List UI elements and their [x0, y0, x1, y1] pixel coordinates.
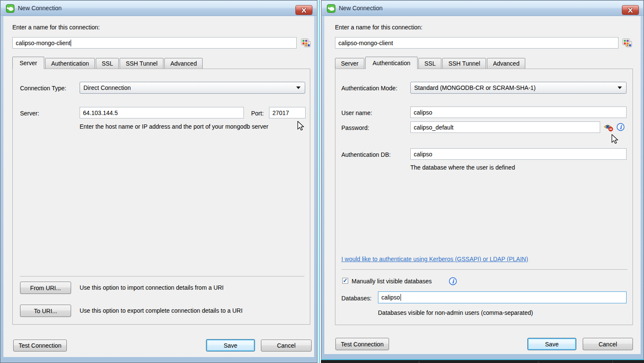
auth-mode-label: Authentication Mode:	[341, 85, 398, 92]
titlebar[interactable]: New Connection	[322, 1, 643, 16]
databases-help-text: Databases visible for non-admin users (c…	[378, 309, 533, 316]
databases-info-icon[interactable]: i	[449, 277, 457, 285]
new-connection-dialog-authentication: New Connection Enter a name for this con…	[321, 0, 644, 360]
manually-list-databases-checkbox[interactable]: ✓	[342, 278, 348, 284]
server-label: Server:	[20, 110, 39, 117]
databases-section-divider	[341, 269, 627, 270]
connection-color-picker-button[interactable]	[622, 38, 633, 48]
cancel-button[interactable]: Cancel	[583, 338, 633, 350]
tab-authentication[interactable]: Authentication	[365, 57, 418, 69]
tab-ssh-tunnel[interactable]: SSH Tunnel	[120, 58, 163, 69]
tab-advanced[interactable]: Advanced	[164, 58, 203, 69]
mouse-pointer-icon	[611, 134, 618, 144]
port-label: Port:	[251, 110, 264, 117]
text-caret	[71, 40, 71, 46]
auth-db-help-text: The database where the user is defined	[410, 164, 515, 171]
server-tab-panel: Connection Type: Direct Connection Serve…	[12, 69, 310, 325]
test-connection-button[interactable]: Test Connection	[335, 338, 389, 350]
window-title: New Connection	[18, 5, 62, 12]
tab-advanced[interactable]: Advanced	[487, 58, 525, 69]
to-uri-help-text: Use this option to export complete conne…	[80, 307, 243, 314]
authentication-tab-panel: Authentication Mode: Standard (MONGODB-C…	[335, 69, 633, 325]
window-title: New Connection	[339, 5, 383, 12]
kerberos-ldap-link[interactable]: I would like to authenticate using Kerbe…	[341, 256, 528, 262]
strip-separator	[613, 361, 613, 363]
robomongo-app-icon	[327, 4, 335, 13]
username-label: User name:	[341, 109, 372, 116]
password-info-icon[interactable]: i	[616, 123, 625, 131]
tab-ssh-tunnel[interactable]: SSH Tunnel	[442, 58, 486, 69]
connection-color-picker-button[interactable]	[301, 38, 312, 48]
robomongo-app-icon	[6, 4, 14, 13]
dropdown-arrow-icon	[296, 86, 301, 89]
connection-name-label: Enter a name for this connection:	[335, 24, 422, 31]
tab-server[interactable]: Server	[12, 57, 44, 69]
databases-input[interactable]: calipso	[378, 291, 627, 303]
tab-server[interactable]: Server	[335, 58, 364, 69]
tab-authentication[interactable]: Authentication	[45, 58, 95, 69]
text-caret	[401, 294, 401, 301]
save-button[interactable]: Save	[527, 338, 576, 350]
connection-type-label: Connection Type:	[20, 85, 66, 92]
uri-section-divider	[20, 276, 304, 277]
password-label: Password:	[341, 124, 369, 131]
dropdown-arrow-icon	[618, 86, 622, 89]
close-button[interactable]	[622, 5, 639, 15]
tab-strip: Server Authentication SSL SSH Tunnel Adv…	[12, 57, 203, 69]
checkmark-icon: ✓	[343, 278, 348, 283]
test-connection-button[interactable]: Test Connection	[13, 340, 67, 351]
close-icon	[301, 8, 307, 13]
server-address-input[interactable]: 64.103.144.5	[80, 107, 244, 118]
screenshot-separator-line	[319, 0, 320, 363]
background-app-strip	[321, 359, 644, 363]
strip-separator	[419, 361, 419, 363]
tab-ssl[interactable]: SSL	[96, 58, 119, 69]
auth-mode-select[interactable]: Standard (MONGODB-CR or SCRAM-SHA-1)	[410, 82, 627, 94]
save-button[interactable]: Save	[206, 339, 255, 351]
connection-name-input[interactable]: calipso-mongo-client	[335, 37, 618, 49]
password-input[interactable]: calipso_default	[410, 121, 600, 133]
titlebar[interactable]: New Connection	[1, 1, 317, 16]
connection-name-label: Enter a name for this connection:	[12, 24, 100, 31]
port-input[interactable]: 27017	[269, 107, 306, 118]
auth-db-input[interactable]: calipso	[410, 148, 627, 160]
auth-db-label: Authentication DB:	[341, 151, 391, 158]
from-uri-help-text: Use this option to import connection det…	[80, 284, 224, 291]
to-uri-button[interactable]: To URI...	[20, 305, 71, 317]
strip-separator	[538, 361, 538, 363]
username-input[interactable]: calipso	[410, 107, 627, 118]
connection-type-select[interactable]: Direct Connection	[80, 82, 305, 94]
mouse-pointer-icon	[297, 121, 304, 130]
connection-name-input[interactable]: calipso-mongo-client	[12, 37, 297, 49]
from-uri-button[interactable]: From URI...	[20, 282, 71, 294]
show-password-eye-icon[interactable]	[604, 123, 613, 132]
cancel-button[interactable]: Cancel	[261, 340, 312, 351]
close-icon	[627, 8, 633, 13]
tab-strip: Server Authentication SSL SSH Tunnel Adv…	[335, 57, 526, 69]
tab-ssl[interactable]: SSL	[418, 58, 441, 69]
close-button[interactable]	[295, 5, 312, 15]
databases-label: Databases:	[341, 295, 372, 302]
manually-list-databases-label: Manually list visible databases	[352, 278, 432, 285]
new-connection-dialog-server: New Connection Enter a name for this con…	[0, 0, 318, 363]
server-help-text: Enter the host name or IP address and th…	[80, 123, 268, 130]
